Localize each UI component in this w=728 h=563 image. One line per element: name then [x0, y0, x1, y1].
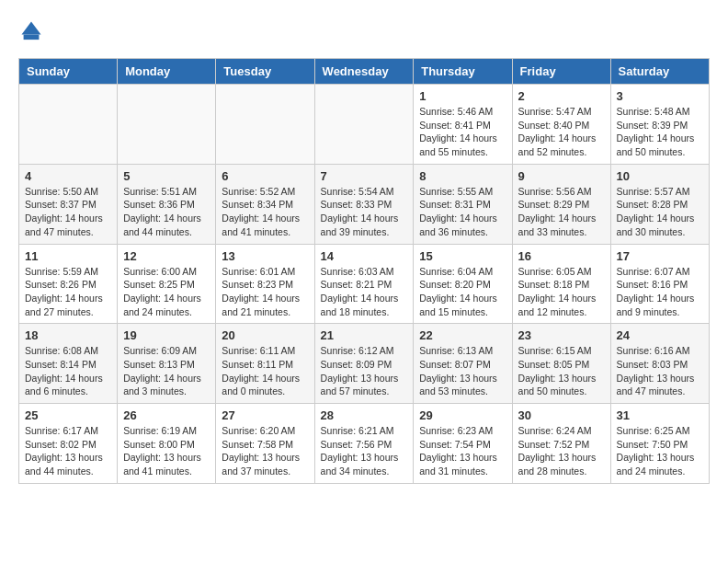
day-number: 27: [222, 408, 308, 422]
day-number: 17: [617, 249, 703, 263]
day-info: Sunrise: 6:00 AM Sunset: 8:25 PM Dayligh…: [123, 265, 210, 319]
calendar-cell: [314, 85, 414, 165]
day-info: Sunrise: 5:56 AM Sunset: 8:29 PM Dayligh…: [518, 185, 605, 239]
day-info: Sunrise: 5:48 AM Sunset: 8:39 PM Dayligh…: [617, 105, 703, 159]
day-number: 7: [321, 169, 408, 183]
day-number: 15: [419, 249, 506, 263]
day-number: 26: [123, 408, 210, 422]
day-info: Sunrise: 6:12 AM Sunset: 8:09 PM Dayligh…: [321, 344, 408, 398]
day-info: Sunrise: 5:55 AM Sunset: 8:31 PM Dayligh…: [419, 185, 506, 239]
day-info: Sunrise: 6:07 AM Sunset: 8:16 PM Dayligh…: [617, 265, 703, 319]
day-info: Sunrise: 6:23 AM Sunset: 7:54 PM Dayligh…: [419, 424, 506, 478]
calendar-cell: 2 Sunrise: 5:47 AM Sunset: 8:40 PM Dayli…: [512, 85, 610, 165]
calendar-cell: [216, 85, 314, 165]
calendar-cell: 27 Sunrise: 6:20 AM Sunset: 7:58 PM Dayl…: [216, 404, 314, 484]
calendar-cell: 22 Sunrise: 6:13 AM Sunset: 8:07 PM Dayl…: [414, 324, 512, 404]
calendar-cell: 6 Sunrise: 5:52 AM Sunset: 8:34 PM Dayli…: [216, 164, 314, 244]
day-info: Sunrise: 6:21 AM Sunset: 7:56 PM Dayligh…: [321, 424, 408, 478]
day-number: 13: [222, 249, 308, 263]
day-info: Sunrise: 5:50 AM Sunset: 8:37 PM Dayligh…: [25, 185, 111, 239]
calendar-cell: 14 Sunrise: 6:03 AM Sunset: 8:21 PM Dayl…: [314, 244, 414, 324]
logo: [18, 18, 48, 44]
day-info: Sunrise: 6:15 AM Sunset: 8:05 PM Dayligh…: [518, 344, 605, 398]
calendar-cell: 8 Sunrise: 5:55 AM Sunset: 8:31 PM Dayli…: [414, 164, 512, 244]
calendar-cell: [118, 85, 216, 165]
day-number: 9: [518, 169, 605, 183]
day-number: 4: [25, 169, 111, 183]
day-info: Sunrise: 5:59 AM Sunset: 8:26 PM Dayligh…: [25, 265, 111, 319]
calendar-cell: [19, 85, 118, 165]
day-number: 11: [25, 249, 111, 263]
logo-icon: [18, 18, 44, 44]
day-info: Sunrise: 6:09 AM Sunset: 8:13 PM Dayligh…: [123, 344, 210, 398]
calendar-cell: 19 Sunrise: 6:09 AM Sunset: 8:13 PM Dayl…: [118, 324, 216, 404]
day-number: 24: [617, 328, 703, 342]
day-number: 10: [617, 169, 703, 183]
calendar-week-row: 11 Sunrise: 5:59 AM Sunset: 8:26 PM Dayl…: [19, 244, 710, 324]
day-number: 20: [222, 328, 308, 342]
day-number: 2: [518, 89, 605, 103]
calendar-cell: 21 Sunrise: 6:12 AM Sunset: 8:09 PM Dayl…: [314, 324, 414, 404]
calendar-cell: 17 Sunrise: 6:07 AM Sunset: 8:16 PM Dayl…: [610, 244, 709, 324]
weekday-header: Sunday: [19, 59, 118, 85]
calendar-cell: 26 Sunrise: 6:19 AM Sunset: 8:00 PM Dayl…: [118, 404, 216, 484]
calendar-cell: 4 Sunrise: 5:50 AM Sunset: 8:37 PM Dayli…: [19, 164, 118, 244]
calendar-cell: 13 Sunrise: 6:01 AM Sunset: 8:23 PM Dayl…: [216, 244, 314, 324]
calendar-cell: 24 Sunrise: 6:16 AM Sunset: 8:03 PM Dayl…: [610, 324, 709, 404]
day-number: 19: [123, 328, 210, 342]
svg-marker-0: [22, 22, 41, 35]
day-info: Sunrise: 5:46 AM Sunset: 8:41 PM Dayligh…: [419, 105, 506, 159]
day-info: Sunrise: 5:52 AM Sunset: 8:34 PM Dayligh…: [222, 185, 308, 239]
day-number: 12: [123, 249, 210, 263]
calendar-cell: 9 Sunrise: 5:56 AM Sunset: 8:29 PM Dayli…: [512, 164, 610, 244]
calendar-cell: 23 Sunrise: 6:15 AM Sunset: 8:05 PM Dayl…: [512, 324, 610, 404]
day-number: 8: [419, 169, 506, 183]
day-info: Sunrise: 6:04 AM Sunset: 8:20 PM Dayligh…: [419, 265, 506, 319]
day-number: 16: [518, 249, 605, 263]
day-info: Sunrise: 6:11 AM Sunset: 8:11 PM Dayligh…: [222, 344, 308, 398]
calendar-header-row: SundayMondayTuesdayWednesdayThursdayFrid…: [19, 59, 710, 85]
calendar-cell: 30 Sunrise: 6:24 AM Sunset: 7:52 PM Dayl…: [512, 404, 610, 484]
calendar-cell: 28 Sunrise: 6:21 AM Sunset: 7:56 PM Dayl…: [314, 404, 414, 484]
day-number: 14: [321, 249, 408, 263]
calendar-cell: 29 Sunrise: 6:23 AM Sunset: 7:54 PM Dayl…: [414, 404, 512, 484]
weekday-header: Saturday: [610, 59, 709, 85]
day-number: 23: [518, 328, 605, 342]
calendar-cell: 25 Sunrise: 6:17 AM Sunset: 8:02 PM Dayl…: [19, 404, 118, 484]
weekday-header: Thursday: [414, 59, 512, 85]
calendar-cell: 1 Sunrise: 5:46 AM Sunset: 8:41 PM Dayli…: [414, 85, 512, 165]
calendar-cell: 10 Sunrise: 5:57 AM Sunset: 8:28 PM Dayl…: [610, 164, 709, 244]
day-info: Sunrise: 6:03 AM Sunset: 8:21 PM Dayligh…: [321, 265, 408, 319]
page-header: [18, 18, 710, 44]
day-number: 21: [321, 328, 408, 342]
calendar-week-row: 18 Sunrise: 6:08 AM Sunset: 8:14 PM Dayl…: [19, 324, 710, 404]
calendar-table: SundayMondayTuesdayWednesdayThursdayFrid…: [18, 58, 710, 484]
day-info: Sunrise: 6:05 AM Sunset: 8:18 PM Dayligh…: [518, 265, 605, 319]
calendar-cell: 11 Sunrise: 5:59 AM Sunset: 8:26 PM Dayl…: [19, 244, 118, 324]
calendar-cell: 16 Sunrise: 6:05 AM Sunset: 8:18 PM Dayl…: [512, 244, 610, 324]
day-info: Sunrise: 6:19 AM Sunset: 8:00 PM Dayligh…: [123, 424, 210, 478]
calendar-cell: 3 Sunrise: 5:48 AM Sunset: 8:39 PM Dayli…: [610, 85, 709, 165]
calendar-week-row: 25 Sunrise: 6:17 AM Sunset: 8:02 PM Dayl…: [19, 404, 710, 484]
day-number: 30: [518, 408, 605, 422]
day-number: 5: [123, 169, 210, 183]
calendar-week-row: 4 Sunrise: 5:50 AM Sunset: 8:37 PM Dayli…: [19, 164, 710, 244]
day-number: 18: [25, 328, 111, 342]
day-info: Sunrise: 6:08 AM Sunset: 8:14 PM Dayligh…: [25, 344, 111, 398]
day-number: 6: [222, 169, 308, 183]
day-info: Sunrise: 5:54 AM Sunset: 8:33 PM Dayligh…: [321, 185, 408, 239]
day-info: Sunrise: 6:01 AM Sunset: 8:23 PM Dayligh…: [222, 265, 308, 319]
day-number: 28: [321, 408, 408, 422]
day-info: Sunrise: 6:16 AM Sunset: 8:03 PM Dayligh…: [617, 344, 703, 398]
calendar-cell: 7 Sunrise: 5:54 AM Sunset: 8:33 PM Dayli…: [314, 164, 414, 244]
day-number: 29: [419, 408, 506, 422]
day-info: Sunrise: 6:24 AM Sunset: 7:52 PM Dayligh…: [518, 424, 605, 478]
calendar-cell: 15 Sunrise: 6:04 AM Sunset: 8:20 PM Dayl…: [414, 244, 512, 324]
weekday-header: Monday: [118, 59, 216, 85]
day-number: 3: [617, 89, 703, 103]
weekday-header: Tuesday: [216, 59, 314, 85]
day-number: 31: [617, 408, 703, 422]
day-number: 25: [25, 408, 111, 422]
weekday-header: Wednesday: [314, 59, 414, 85]
day-number: 22: [419, 328, 506, 342]
